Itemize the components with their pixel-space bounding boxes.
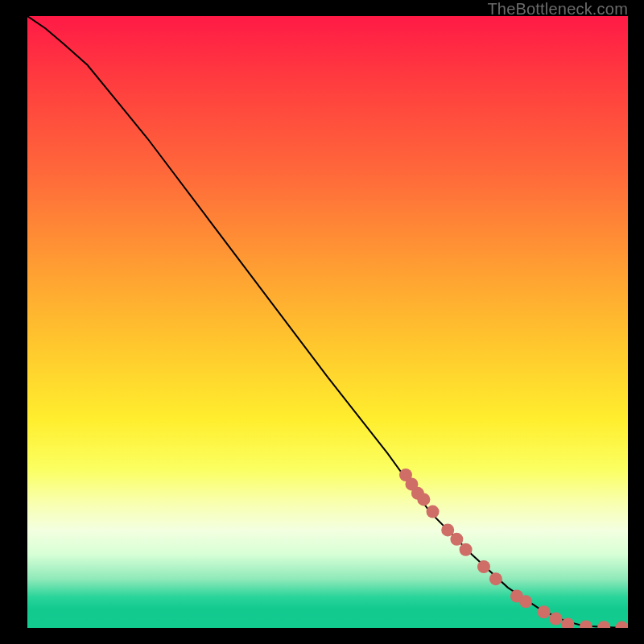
marker-point <box>417 493 430 506</box>
chart-overlay <box>27 16 628 628</box>
marker-point <box>549 613 562 625</box>
marker-point <box>580 620 592 628</box>
marker-point <box>450 533 463 546</box>
marker-group <box>399 469 628 628</box>
marker-point <box>510 589 523 602</box>
curve-line <box>27 16 628 628</box>
marker-point <box>405 477 418 490</box>
marker-point <box>441 523 454 536</box>
marker-point <box>477 560 490 573</box>
marker-point <box>460 543 473 556</box>
marker-point <box>538 605 551 618</box>
marker-point <box>399 469 412 481</box>
marker-point <box>489 572 502 585</box>
marker-point <box>427 506 440 518</box>
marker-point <box>561 617 574 628</box>
plot-area <box>27 16 628 628</box>
marker-point <box>519 595 532 608</box>
marker-point <box>616 621 628 628</box>
marker-point <box>597 621 610 628</box>
chart-frame: TheBottleneck.com <box>0 0 644 644</box>
marker-point <box>411 487 424 500</box>
